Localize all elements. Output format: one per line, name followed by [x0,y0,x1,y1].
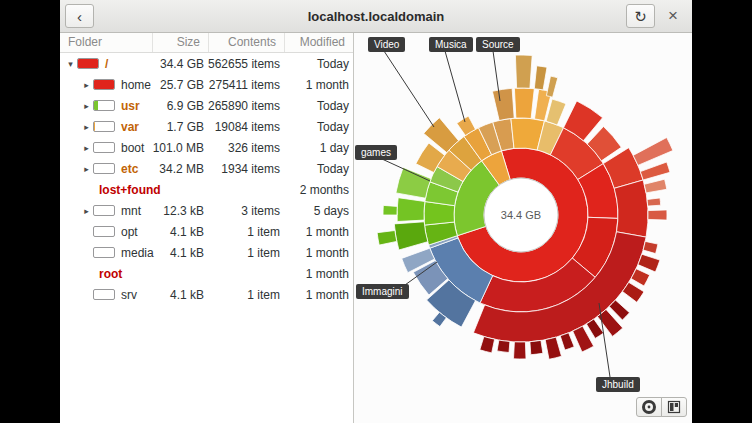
chart-segment[interactable] [530,340,543,354]
table-row[interactable]: ▸var1.7 GB19084 itemsToday [60,116,353,137]
chart-segment[interactable] [638,254,660,272]
expander-icon[interactable]: ▸ [80,101,93,111]
chart-segment[interactable] [396,167,431,198]
chart-segment[interactable] [614,180,648,237]
folder-name: / [105,57,108,71]
rings-chart-icon [641,399,657,415]
column-header-contents[interactable]: Contents [208,33,284,52]
contents-cell: 1 item [208,288,284,302]
chart-segment[interactable] [643,241,658,253]
usage-bar-icon [93,79,115,90]
folder-cell: ▸home [60,78,152,92]
usage-bar-icon [77,58,99,69]
usage-bar-icon [93,163,115,174]
folder-name: var [121,120,139,134]
table-row[interactable]: ▸home25.7 GB275411 items1 month [60,74,353,95]
table-row[interactable]: ▸etc34.2 MB1934 itemsToday [60,158,353,179]
table-row[interactable]: ▸boot101.0 MB326 items1 day [60,137,353,158]
usage-bar-icon [93,121,115,132]
chart-segment[interactable] [514,342,527,359]
usage-bar-fill [94,122,95,131]
expander-icon[interactable]: ▸ [80,122,93,132]
folder-name: root [99,267,122,281]
close-button[interactable]: × [659,3,687,29]
folder-name: home [121,78,151,92]
indent-spacer [60,147,80,148]
size-cell: 4.1 kB [152,246,208,260]
expander-icon[interactable]: ▸ [80,206,93,216]
refresh-button[interactable]: ↻ [626,4,655,28]
size-cell: 25.7 GB [152,78,208,92]
chart-callout-label: Musica [429,37,473,52]
chart-segment[interactable] [377,231,397,246]
table-row[interactable]: srv4.1 kB1 item1 month [60,284,353,305]
indent-spacer [60,252,80,253]
folder-cell: ▸etc [60,162,152,176]
treemap-view-button[interactable] [661,397,687,417]
chart-segment[interactable] [534,66,547,90]
column-header-modified[interactable]: Modified [284,33,353,52]
usage-bar-fill [94,101,98,110]
size-cell: 4.1 kB [152,288,208,302]
chart-segment[interactable] [546,76,557,97]
chart-segment[interactable] [480,337,495,353]
back-button[interactable]: ‹ [65,4,94,28]
table-row[interactable]: ▾/34.4 GB562655 itemsToday [60,53,353,74]
chart-callout-label: Jhbuild [596,377,640,392]
folder-cell: ▾/ [60,57,152,71]
chart-segment[interactable] [514,88,534,118]
chart-callout-label: Video [368,37,405,52]
table-row[interactable]: opt4.1 kB1 item1 month [60,221,353,242]
chart-segment[interactable] [586,319,603,338]
table-row[interactable]: root1 month [60,263,353,284]
folder-cell: srv [60,288,152,302]
usage-bar-icon [93,100,115,111]
usage-bar-fill [78,59,98,68]
rings-view-button[interactable] [636,397,662,417]
expander-icon[interactable]: ▸ [80,143,93,153]
modified-cell: 1 month [284,246,353,260]
treemap-chart-icon [666,399,682,415]
size-cell: 4.1 kB [152,225,208,239]
chart-segment[interactable] [633,138,673,166]
chart-segment[interactable] [515,55,532,88]
expander-icon[interactable]: ▾ [64,59,77,69]
chart-segment[interactable] [640,162,670,180]
expander-icon[interactable]: ▸ [80,80,93,90]
chart-segment[interactable] [397,198,425,222]
contents-cell: 326 items [208,141,284,155]
modified-cell: 5 days [284,204,353,218]
headerbar: ‹ localhost.localdomain ↻ × [60,0,692,33]
chart-callout-label: games [355,145,397,160]
chart-segment[interactable] [644,179,667,193]
chart-segment[interactable] [492,88,514,120]
chart-segment[interactable] [383,205,397,215]
chart-segment[interactable] [394,222,428,250]
chart-segment[interactable] [560,333,574,350]
chart-segment[interactable] [545,337,561,359]
size-cell: 34.2 MB [152,162,208,176]
rings-chart-svg[interactable]: 34.4 GB [354,33,692,422]
chart-segment[interactable] [648,210,667,220]
folder-tree-pane: Folder Size Contents Modified ▾/34.4 GB5… [60,33,354,423]
chart-segment[interactable] [647,198,661,206]
folder-cell: opt [60,225,152,239]
table-row[interactable]: ▸mnt12.3 kB3 items5 days [60,200,353,221]
table-row[interactable]: media4.1 kB1 item1 month [60,242,353,263]
chart-center-label: 34.4 GB [501,209,541,221]
app-window: ‹ localhost.localdomain ↻ × Folder Size … [60,0,692,423]
table-row[interactable]: lost+found2 months [60,179,353,200]
usage-bar-fill [94,80,114,89]
chart-segment[interactable] [497,340,510,352]
column-header-folder[interactable]: Folder [60,33,152,52]
column-header-size[interactable]: Size [152,33,208,52]
table-row[interactable]: ▸usr6.9 GB265890 itemsToday [60,95,353,116]
folder-cell: ▸usr [60,99,152,113]
modified-cell: 1 month [284,78,353,92]
contents-cell: 265890 items [208,99,284,113]
usage-bar-icon [93,205,115,216]
size-cell: 1.7 GB [152,120,208,134]
expander-icon[interactable]: ▸ [80,164,93,174]
refresh-icon: ↻ [634,9,647,24]
chart-callout-label: Source [476,37,520,52]
